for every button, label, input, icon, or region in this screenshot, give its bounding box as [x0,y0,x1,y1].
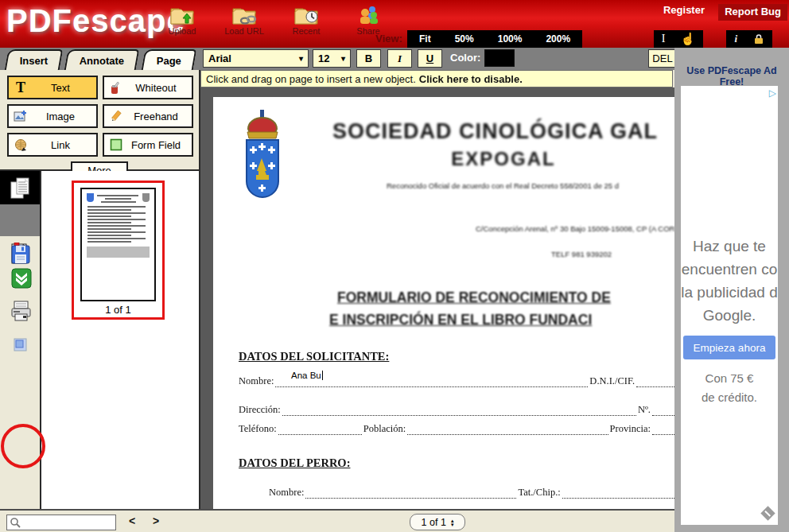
upload-button[interactable]: Upload [157,5,207,36]
bottom-bar: < > 1 of 1 ▴▾ [0,509,674,532]
form-field-tool-button[interactable]: Form Field [103,133,193,157]
form-field-icon [109,138,123,152]
load-url-folder-icon [231,5,257,25]
galicia-coat-of-arms [237,108,288,213]
thumbnail-footer-block [87,247,150,258]
zoom-200-button[interactable]: 200% [534,33,582,45]
doc-row-telefono: Teléfono: Población: Provincia: [239,423,674,435]
whiteout-icon [109,80,123,95]
thumbnail-page-label: 1 of 1 [74,304,162,316]
view-label: View: [375,33,402,45]
thumbnail-page-preview [87,193,150,204]
delete-button[interactable]: DEL [648,49,677,68]
chevron-down-icon: ▾ [341,54,345,63]
print-button[interactable] [10,301,32,321]
info-lock-controls: i [726,30,772,48]
thumbnail-content-lines [87,206,150,243]
doc-form-heading-2: E INSCRIPCIÓN EN EL LIBRO FUNDACI [329,312,592,328]
ad-credit-text: Con 75 € de crédito. [681,369,778,407]
ad-network-icon[interactable] [760,506,775,520]
bold-button[interactable]: B [356,49,381,68]
mode-tabs: Insert Annotate Page [6,49,195,70]
disable-notice-link[interactable]: Click here to disable. [419,73,523,85]
lock-icon[interactable] [754,33,764,45]
notice-text: Click and drag on page to insert a new o… [206,73,416,85]
cursor-mode-controls: I ☝ [654,30,703,48]
find-previous-button[interactable]: < [129,515,135,527]
ad-free-link[interactable]: Use PDFescape Ad Free! [674,65,789,87]
share-button[interactable]: Share [344,5,393,36]
load-url-button[interactable]: Load URL [220,5,269,36]
pdfescape-app: PDFescape Upload Load URL Recent [0,0,789,532]
font-family-select[interactable]: Arial▾ [203,49,309,68]
report-bug-link[interactable]: Report Bug [718,4,787,21]
ad-copy: Haz que te encuentren co la publicidad d… [681,235,778,328]
color-label: Color: [450,52,480,64]
doc-org-title: SOCIEDAD CINOLÓGICA GAL [332,119,658,144]
doc-row-perro-nombre: Nombre: Tat./Chip.: [269,487,674,499]
color-swatch[interactable] [484,49,515,67]
zoom-controls: Fit 50% 100% 200% [407,30,582,48]
ad-sidebar: Use PDFescape Ad Free! ▷ Haz que te encu… [674,48,789,532]
doc-section-perro: DATOS DEL PERRO: [239,456,350,470]
share-people-icon [356,5,380,25]
whiteout-tool-button[interactable]: Whiteout [103,76,193,99]
image-tool-button[interactable]: Image [7,104,98,128]
italic-button[interactable]: I [387,49,412,68]
upload-label: Upload [169,26,196,36]
search-icon [10,517,21,529]
pages-icon [10,177,31,200]
pages-tab-active[interactable] [0,171,40,204]
recent-button[interactable]: Recent [282,5,331,36]
inserted-text-object[interactable]: Ana Bu [291,371,323,380]
doc-address-line: C/Concepción Arenal, nº 30 Bajo 15009-15… [476,224,674,233]
page-thumbnail[interactable] [80,188,156,301]
page-number-spinner[interactable]: 1 of 1 ▴▾ [410,514,465,530]
bookmarks-tab[interactable] [0,204,40,236]
freehand-tool-button[interactable]: Freehand [103,104,193,128]
link-tool-button[interactable]: Link [7,133,98,157]
zoom-100-button[interactable]: 100% [486,33,534,45]
doc-form-heading-1: FORMULARIO DE RECONOCIMIENTO DE [337,289,611,306]
doc-phone-line: TELF 981 939202 [551,250,612,258]
top-red-bar: PDFescape Upload Load URL Recent [0,0,789,48]
upload-folder-icon [169,5,195,25]
text-cursor-icon[interactable]: I [662,33,666,45]
doc-row-direccion: Dirección: Nº. [239,404,674,416]
image-icon [14,109,28,123]
zoom-50-button[interactable]: 50% [443,33,486,45]
left-icon-strip [0,171,41,509]
doc-section-solicitante: DATOS DEL SOLICITANTE: [239,350,389,363]
underline-button[interactable]: U [418,49,442,68]
tab-page[interactable]: Page [141,49,196,70]
search-input[interactable] [6,515,116,530]
file-tools: Upload Load URL Recent Share [157,5,393,36]
link-globe-icon [14,138,28,152]
font-size-select[interactable]: 12▾ [313,49,351,68]
info-icon[interactable]: i [735,33,738,45]
load-url-label: Load URL [224,26,264,36]
insert-notice-bar: Click and drag on page to insert a new o… [200,70,673,87]
document-viewport[interactable]: SOCIEDAD CINOLÓGICA GAL EXPOGAL Reconoci… [200,87,674,509]
text-tool-icon: T [14,80,28,95]
recent-label: Recent [293,26,321,36]
google-ad[interactable]: ▷ Haz que te encuentren co la publicidad… [681,86,778,525]
tab-annotate[interactable]: Annotate [64,49,140,70]
zoom-fit-button[interactable]: Fit [407,33,443,45]
thumbnail-panel: 1 of 1 [41,171,200,509]
thumbnail-view-toggle[interactable] [14,338,27,351]
register-link[interactable]: Register [663,4,705,16]
ad-cta-button[interactable]: Empieza ahora [683,336,775,359]
download-button[interactable] [10,267,33,289]
adchoices-icon[interactable]: ▷ [769,87,776,99]
pdf-page[interactable]: SOCIEDAD CINOLÓGICA GAL EXPOGAL Reconoci… [213,97,674,509]
hand-cursor-icon[interactable]: ☝ [681,32,696,46]
text-tool-button[interactable]: T Text [7,76,98,99]
find-next-button[interactable]: > [153,515,159,527]
save-button[interactable] [10,244,31,265]
red-circle-annotation [1,424,45,468]
recent-folder-icon [293,5,319,25]
doc-org-subtitle: EXPOGAL [332,148,674,170]
doc-recognition-line: Reconocido Oficial de acuerdo con el Rea… [387,181,619,190]
tab-insert[interactable]: Insert [5,49,64,70]
